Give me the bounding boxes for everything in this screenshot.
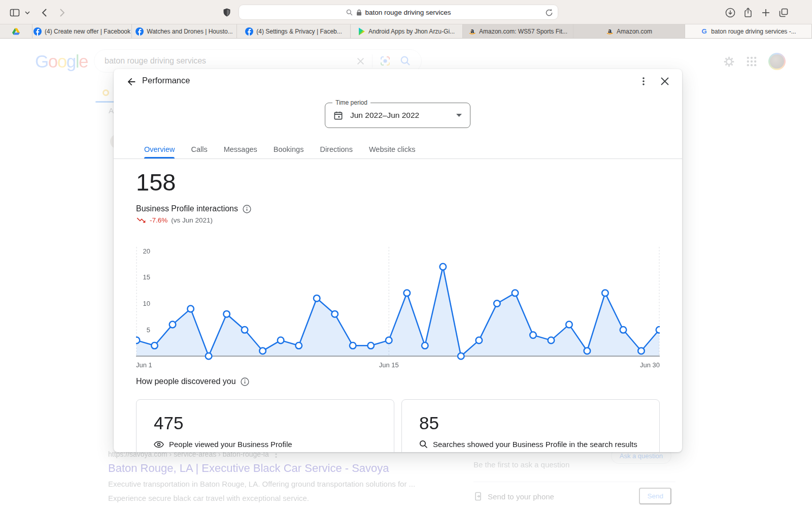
send-button[interactable]: Send	[639, 488, 671, 504]
trend-percentage: -7.6%	[150, 216, 167, 224]
browser-chrome: baton rouge driving services (4) Create …	[0, 0, 812, 39]
tab-label: Watches and Drones | Housto...	[147, 28, 232, 35]
time-period-select[interactable]: Time period Jun 2022–Jun 2022	[325, 103, 470, 128]
search-appearances-label: Searches showed your Business Profile in…	[433, 440, 637, 449]
search-submit-icon[interactable]	[400, 55, 411, 67]
svg-text:G: G	[702, 27, 707, 35]
account-avatar[interactable]	[768, 53, 786, 70]
result-title-link[interactable]: Baton Rouge, LA | Executive Black Car Se…	[108, 462, 443, 475]
back-button[interactable]	[39, 7, 50, 18]
search-appearances-count: 85	[419, 412, 659, 434]
trend-context: (vs Jun 2021)	[171, 216, 213, 224]
privacy-shield-icon[interactable]	[221, 7, 232, 18]
google-logo: Google	[35, 51, 88, 72]
search-result: https://savoya.com › service-areas › bat…	[108, 450, 443, 503]
active-filter-underline	[95, 101, 115, 103]
result-snippet-line1: Executive transportation in Baton Rouge,…	[108, 479, 443, 489]
search-icon	[346, 9, 353, 16]
tab-overview-button[interactable]	[778, 7, 789, 18]
drive-favicon	[12, 28, 20, 35]
downloads-button[interactable]	[725, 7, 736, 18]
tab-strip: (4) Create new offer | FacebookWatches a…	[0, 24, 812, 39]
facebook-favicon	[33, 27, 42, 36]
tab-label: Android Apps by Jhon Arzu-Gi...	[368, 28, 455, 35]
qa-prompt-text: Be the first to ask a question	[473, 460, 569, 469]
dialog-title: Performance	[142, 76, 190, 85]
dialog-more-options-icon[interactable]	[638, 76, 649, 86]
amazon-favicon: a	[468, 27, 476, 36]
clear-search-icon[interactable]	[356, 57, 365, 66]
google-favicon: G	[700, 27, 708, 35]
svg-text:Jun 30: Jun 30	[640, 361, 660, 369]
background-tab-icon	[103, 89, 109, 96]
tab-website-clicks[interactable]: Website clicks	[369, 140, 416, 158]
tab-label: baton rouge driving services -...	[711, 28, 796, 35]
profile-views-label: People viewed your Business Profile	[169, 440, 292, 449]
tab-bookings[interactable]: Bookings	[274, 140, 304, 158]
search-query-text: baton rouge driving services	[105, 56, 206, 66]
browser-tab-1[interactable]: (4) Create new offer | Facebook	[32, 24, 132, 38]
new-tab-button[interactable]	[760, 7, 771, 18]
browser-toolbar: baton rouge driving services	[0, 0, 812, 24]
browser-tab-2[interactable]: Watches and Drones | Housto...	[132, 24, 237, 38]
send-to-phone-label[interactable]: Send to your phone	[488, 492, 554, 501]
info-icon[interactable]	[243, 205, 251, 213]
browser-tab-7[interactable]: Gbaton rouge driving services -...	[685, 24, 812, 38]
svg-text:Jun 15: Jun 15	[379, 361, 399, 369]
tab-overview[interactable]: Overview	[144, 140, 175, 158]
browser-tab-4[interactable]: Android Apps by Jhon Arzu-Gi...	[351, 24, 463, 38]
forward-button[interactable]	[56, 7, 67, 18]
performance-dialog: Performance Time period Jun 2022–Jun 202…	[114, 69, 682, 452]
eye-icon	[154, 441, 164, 448]
browser-tab-3[interactable]: (4) Settings & Privacy | Faceb...	[237, 24, 351, 38]
browser-tab-5[interactable]: aAmazon.com: WS57 Sports Fit...	[463, 24, 573, 38]
browser-tab-pinned-drive[interactable]	[0, 24, 32, 38]
dialog-close-icon[interactable]	[660, 76, 670, 86]
lens-camera-icon[interactable]	[380, 55, 391, 67]
calendar-icon	[333, 111, 343, 120]
svg-text:10: 10	[143, 300, 150, 307]
address-bar[interactable]: baton rouge driving services	[239, 5, 558, 20]
time-period-value: Jun 2022–Jun 2022	[350, 111, 456, 120]
discovery-heading: How people discovered you	[136, 377, 236, 386]
page-area: Google baton rouge driving services A ht…	[0, 39, 812, 508]
share-button[interactable]	[742, 7, 754, 18]
tab-directions[interactable]: Directions	[320, 140, 352, 158]
performance-line-chart: 5101520Jun 1Jun 15Jun 30	[136, 241, 660, 369]
tab-label: Amazon.com	[617, 28, 652, 35]
profile-views-card: 475 People viewed your Business Profile	[136, 399, 394, 452]
tab-label: (4) Settings & Privacy | Faceb...	[256, 28, 342, 35]
facebook-favicon	[245, 27, 253, 36]
search-icon	[419, 440, 428, 449]
background-text-fragment: A	[109, 106, 114, 115]
facebook-favicon	[136, 27, 144, 36]
browser-tab-6[interactable]: aAmazon.com	[573, 24, 685, 38]
send-to-phone-icon	[473, 492, 483, 501]
svg-text:a: a	[608, 27, 612, 35]
sidebar-chevron-down-icon[interactable]	[24, 7, 31, 18]
tab-calls[interactable]: Calls	[191, 140, 207, 158]
svg-text:a: a	[470, 27, 474, 35]
info-icon[interactable]	[241, 377, 249, 386]
url-text: baton rouge driving services	[365, 9, 451, 16]
google-apps-grid-icon[interactable]	[746, 56, 757, 67]
dialog-back-button[interactable]	[126, 76, 137, 87]
result-snippet-line2: Experience secure black car travel with …	[108, 493, 443, 503]
performance-tabs: OverviewCallsMessagesBookingsDirectionsW…	[114, 140, 682, 159]
sidebar-toggle-icon[interactable]	[9, 7, 20, 18]
dropdown-arrow-icon	[456, 114, 462, 117]
trending-down-icon	[136, 217, 146, 224]
lock-icon	[356, 9, 362, 16]
settings-gear-icon[interactable]	[723, 56, 735, 68]
tab-label: (4) Create new offer | Facebook	[45, 28, 130, 35]
tab-messages[interactable]: Messages	[224, 140, 257, 158]
profile-views-count: 475	[154, 412, 394, 434]
tab-label: Amazon.com: WS57 Sports Fit...	[479, 28, 567, 35]
time-period-label: Time period	[332, 99, 370, 106]
interactions-chart-container: 5101520Jun 1Jun 15Jun 30	[136, 241, 660, 369]
search-appearances-card: 85 Searches showed your Business Profile…	[401, 399, 660, 452]
reload-icon[interactable]	[545, 8, 554, 17]
svg-text:20: 20	[143, 247, 150, 255]
svg-text:Jun 1: Jun 1	[136, 361, 152, 369]
svg-text:15: 15	[143, 273, 150, 281]
